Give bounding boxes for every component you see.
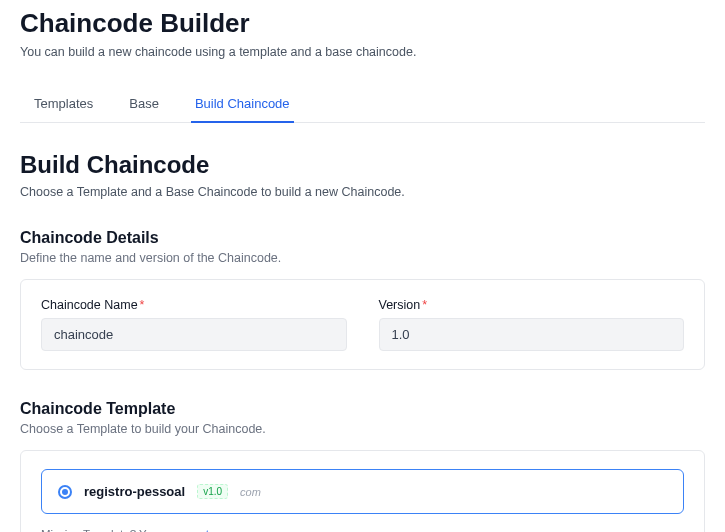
details-form-row: Chaincode Name* Version*: [41, 298, 684, 351]
tab-build-chaincode[interactable]: Build Chaincode: [191, 86, 294, 123]
name-label: Chaincode Name*: [41, 298, 347, 312]
template-heading: Chaincode Template: [20, 400, 705, 418]
template-option-registro-pessoal[interactable]: registro-pessoal v1.0 com: [41, 469, 684, 514]
template-version-tag: v1.0: [197, 484, 228, 499]
template-name: registro-pessoal: [84, 484, 185, 499]
build-heading: Build Chaincode: [20, 151, 705, 179]
version-field-group: Version*: [379, 298, 685, 351]
required-asterisk: *: [422, 298, 427, 312]
version-label: Version*: [379, 298, 685, 312]
name-field-group: Chaincode Name*: [41, 298, 347, 351]
create-template-link[interactable]: create a new one: [183, 528, 271, 532]
tab-base[interactable]: Base: [125, 86, 163, 123]
missing-template-line: Missing Template? You can create a new o…: [41, 528, 684, 532]
template-subtext: Choose a Template to build your Chaincod…: [20, 422, 705, 436]
page-title: Chaincode Builder: [20, 8, 705, 39]
page-subtitle: You can build a new chaincode using a te…: [20, 45, 705, 59]
details-subtext: Define the name and version of the Chain…: [20, 251, 705, 265]
chaincode-name-input[interactable]: [41, 318, 347, 351]
template-desc: com: [240, 486, 261, 498]
tabs-nav: Templates Base Build Chaincode: [20, 85, 705, 123]
template-card: registro-pessoal v1.0 com Missing Templa…: [20, 450, 705, 532]
details-card: Chaincode Name* Version*: [20, 279, 705, 370]
radio-dot-icon: [62, 489, 68, 495]
required-asterisk: *: [140, 298, 145, 312]
chaincode-version-input[interactable]: [379, 318, 685, 351]
name-label-text: Chaincode Name: [41, 298, 138, 312]
build-subtext: Choose a Template and a Base Chaincode t…: [20, 185, 705, 199]
radio-icon: [58, 485, 72, 499]
missing-template-text: Missing Template? You can: [41, 528, 183, 532]
tab-templates[interactable]: Templates: [30, 86, 97, 123]
details-heading: Chaincode Details: [20, 229, 705, 247]
version-label-text: Version: [379, 298, 421, 312]
